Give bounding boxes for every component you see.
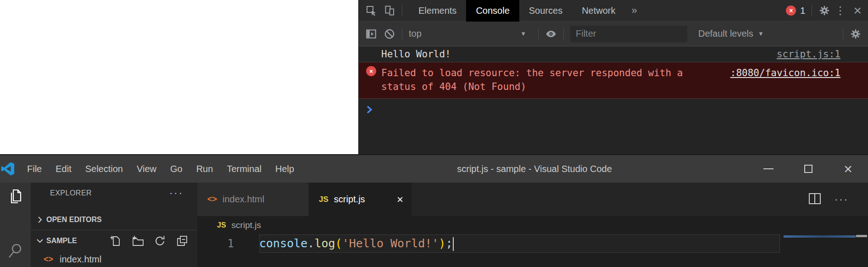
divider: [402, 28, 402, 40]
divider: [843, 28, 843, 40]
inspect-element-icon[interactable]: [365, 5, 377, 17]
text-cursor: [453, 237, 454, 251]
html-file-icon: <>: [44, 255, 53, 264]
menu-item-selection[interactable]: Selection: [78, 155, 130, 183]
js-file-icon: JS: [319, 195, 328, 204]
kebab-menu-icon[interactable]: ⋮: [835, 4, 846, 17]
tab-close-icon[interactable]: ×: [397, 193, 412, 206]
console-sidebar-icon[interactable]: [365, 28, 377, 40]
sidebar-item-index-html[interactable]: <> index.html: [31, 251, 197, 267]
html-file-icon: <>: [207, 195, 217, 204]
tab-network[interactable]: Network: [572, 0, 625, 22]
activity-bar: [0, 183, 31, 267]
explorer-actions: [109, 235, 197, 247]
breadcrumb-file-label: script.js: [232, 220, 261, 230]
vscode-menu-bar: File Edit Selection View Go Run Terminal…: [20, 155, 301, 183]
split-editor-icon[interactable]: [808, 192, 822, 207]
maximize-button[interactable]: [788, 155, 828, 183]
prompt-chevron-icon: [367, 104, 373, 118]
divider: [812, 5, 812, 17]
more-tabs-icon[interactable]: »: [625, 5, 644, 17]
close-button[interactable]: ×: [828, 155, 868, 183]
menu-item-run[interactable]: Run: [189, 155, 220, 183]
vscode-window: File Edit Selection View Go Run Terminal…: [0, 154, 868, 267]
search-activity-icon[interactable]: [0, 237, 31, 265]
console-error-text: Failed to load resource: the server resp…: [381, 66, 683, 94]
editor-actions: ···: [808, 183, 868, 216]
clear-console-icon[interactable]: [384, 28, 395, 40]
menu-item-edit[interactable]: Edit: [49, 155, 78, 183]
tab-script-js[interactable]: JS script.js ×: [309, 183, 412, 216]
error-source-link[interactable]: :8080/favicon.ico:1: [730, 66, 840, 80]
devtools-tabbar-right: × 1 ⋮ ×: [786, 4, 868, 17]
divider: [402, 5, 402, 17]
close-icon: ×: [844, 162, 852, 176]
vscode-title-bar: File Edit Selection View Go Run Terminal…: [0, 155, 868, 183]
devtools-close-icon[interactable]: ×: [853, 5, 862, 17]
error-circle-icon: ×: [366, 66, 376, 76]
error-badge-icon[interactable]: ×: [786, 6, 796, 16]
explorer-activity-icon[interactable]: [0, 183, 31, 211]
frame-context-select[interactable]: top ▼: [409, 28, 532, 39]
log-levels-select[interactable]: Default levels ▼: [698, 28, 764, 39]
log-levels-label: Default levels: [698, 28, 753, 39]
new-folder-icon[interactable]: [131, 235, 144, 247]
code-text: console.log('Hello World!');: [259, 237, 454, 251]
code-line-1: 1 console.log('Hello World!');: [197, 234, 454, 253]
console-prompt-row[interactable]: [359, 99, 868, 103]
minimize-button[interactable]: [748, 155, 788, 183]
tab-sources[interactable]: Sources: [519, 0, 572, 22]
vscode-logo-icon: [1, 161, 15, 177]
tab-console[interactable]: Console: [466, 0, 519, 22]
folder-section[interactable]: SAMPLE: [31, 230, 197, 251]
menu-item-go[interactable]: Go: [163, 155, 189, 183]
console-log-row: Hello World! script.js:1: [359, 46, 868, 62]
explorer-sidebar: EXPLORER ··· OPEN EDITORS SAMPLE: [31, 183, 197, 267]
minimize-icon: [763, 168, 773, 169]
console-error-row: × Failed to load resource: the server re…: [359, 62, 868, 99]
device-toolbar-icon[interactable]: [384, 5, 395, 17]
devtools-panel: Elements Console Sources Network » × 1 ⋮…: [358, 0, 868, 154]
js-file-icon: JS: [217, 221, 226, 229]
tab-index-html[interactable]: <> index.html: [197, 183, 309, 216]
line-number: 1: [197, 237, 259, 250]
collapse-all-icon[interactable]: [176, 235, 188, 247]
console-log-text: Hello World!: [381, 47, 451, 61]
console-settings-gear-icon[interactable]: [850, 28, 862, 40]
chevron-down-icon: ▼: [758, 30, 764, 37]
settings-gear-icon[interactable]: [818, 5, 830, 17]
filter-input[interactable]: [570, 26, 687, 42]
menu-item-terminal[interactable]: Terminal: [220, 155, 268, 183]
file-name-label: index.html: [60, 254, 101, 265]
refresh-icon[interactable]: [154, 235, 166, 247]
breadcrumb[interactable]: JS script.js: [197, 216, 868, 234]
log-source-link[interactable]: script.js:1: [777, 47, 840, 61]
frame-context-label: top: [409, 28, 422, 39]
menu-item-view[interactable]: View: [130, 155, 163, 183]
tab-elements[interactable]: Elements: [409, 0, 466, 22]
devtools-tab-bar: Elements Console Sources Network » × 1 ⋮…: [359, 0, 868, 22]
tab-label: script.js: [334, 194, 365, 205]
editor-tab-bar: <> index.html JS script.js × ···: [197, 183, 868, 216]
chevron-right-icon: [35, 215, 45, 224]
tab-label: index.html: [223, 194, 264, 205]
browser-viewport: [0, 0, 358, 154]
divider: [538, 28, 539, 40]
maximize-icon: [804, 165, 812, 173]
new-file-icon[interactable]: [109, 235, 121, 247]
console-toolbar: top ▼ Default levels ▼: [359, 22, 868, 46]
overview-ruler-mark: [856, 235, 867, 237]
live-expression-eye-icon[interactable]: [545, 28, 557, 40]
minimap[interactable]: [784, 235, 856, 238]
divider: [563, 28, 564, 40]
error-count: 1: [800, 6, 805, 16]
menu-item-file[interactable]: File: [20, 155, 49, 183]
open-editors-section[interactable]: OPEN EDITORS: [31, 210, 197, 231]
chevron-down-icon: ▼: [520, 30, 532, 37]
editor-more-actions-icon[interactable]: ···: [835, 194, 849, 206]
code-editor[interactable]: 1 console.log('Hello World!');: [197, 234, 868, 267]
sidebar-header: EXPLORER ···: [31, 183, 197, 204]
sidebar-more-actions-icon[interactable]: ···: [169, 187, 197, 199]
window-title: script.js - sample - Visual Studio Code: [413, 164, 656, 174]
menu-item-help[interactable]: Help: [268, 155, 301, 183]
